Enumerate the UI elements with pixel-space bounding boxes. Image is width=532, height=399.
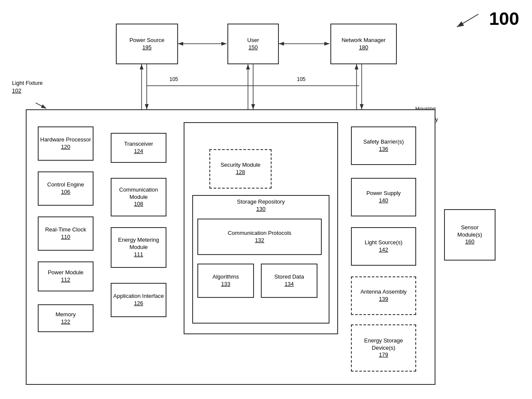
hardware-processor-ref: 120 [40,144,91,151]
security-module-text: Security Module [221,162,260,168]
network-manager-ref: 180 [342,44,386,51]
energy-metering-box: Energy Metering Module 111 [111,227,166,268]
power-module-ref: 112 [48,276,83,284]
memory-box: Memory 122 [38,304,94,332]
energy-storage-text: Energy Storage Device(s) [364,337,403,351]
stored-data-box: Stored Data 134 [261,264,317,298]
power-module-text: Power Module [48,269,83,276]
application-interface-text: Application Interface [113,293,164,299]
storage-repository-label: Storage Repository 130 [196,198,325,213]
light-fixture-arrow [12,79,51,109]
sensor-module-ref: 160 [457,238,482,246]
control-engine-ref: 106 [47,189,84,196]
light-sources-text: Light Source(s) [365,239,402,246]
sensor-module-box: Sensor Module(s) 160 [444,209,496,261]
storage-repository-ref: 130 [256,206,266,213]
safety-barriers-box: Safety Barrier(s) 136 [351,126,416,165]
memory-text: Memory [56,311,76,318]
transceiver-text: Transceiver [124,141,153,147]
network-manager-box: Network Manager 180 [330,24,397,64]
algorithms-text: Algorithms [212,273,239,280]
control-engine-box: Control Engine 106 [38,171,94,206]
energy-storage-ref: 179 [352,351,415,359]
algorithms-ref: 133 [212,281,239,288]
antenna-assembly-text: Antenna Assembly [360,288,407,295]
diagram-ref-number: 100 [489,9,519,29]
svg-line-13 [457,14,478,27]
power-source-text: Power Source [130,37,165,43]
transceiver-box: Transceiver 124 [111,133,166,163]
power-supply-text: Power Supply [366,190,401,196]
power-module-box: Power Module 112 [38,261,94,291]
stored-data-ref: 134 [274,281,304,288]
svg-line-14 [36,103,46,108]
user-ref: 150 [247,44,259,51]
hardware-processor-box: Hardware Processor 120 [38,126,94,161]
energy-metering-ref: 111 [112,251,166,258]
user-text: User [247,37,259,43]
communication-protocols-ref: 132 [228,237,291,244]
light-sources-ref: 142 [365,246,402,254]
arrow-label-105-left: 105 [169,76,178,82]
communication-protocols-box: Communication Protocols 132 [197,219,322,255]
power-source-ref: 195 [130,44,165,51]
power-supply-ref: 140 [366,197,401,204]
arrow-label-105-right: 105 [297,76,305,82]
communication-module-box: Communication Module 108 [111,178,166,216]
sensor-module-text: Sensor [461,224,478,231]
diagram: 100 Light Fixture 102 Housing 103 Cavity… [0,0,532,399]
transceiver-ref: 124 [124,148,153,155]
security-module-ref: 128 [221,169,260,176]
application-interface-box: Application Interface 126 [111,283,166,317]
antenna-assembly-ref: 139 [360,296,407,303]
sensor-module-text2: Module(s) [457,231,482,238]
energy-storage-box: Energy Storage Device(s) 179 [351,324,416,372]
security-module-box: Security Module 128 [209,149,272,189]
algorithms-box: Algorithms 133 [197,264,254,298]
control-engine-text: Control Engine [47,181,84,188]
antenna-assembly-box: Antenna Assembly 139 [351,276,416,315]
safety-barriers-text: Safety Barrier(s) [363,138,404,145]
power-source-box: Power Source 195 [116,24,178,64]
storage-repository-box: Storage Repository 130 [192,195,329,324]
real-time-clock-box: Real-Time Clock 110 [38,216,94,251]
communication-module-ref: 108 [112,201,166,208]
real-time-clock-ref: 110 [45,234,86,241]
real-time-clock-text: Real-Time Clock [45,226,86,233]
power-supply-box: Power Supply 140 [351,178,416,216]
energy-metering-text: Energy Metering Module [118,237,159,250]
network-manager-text: Network Manager [342,37,386,43]
hardware-processor-text: Hardware Processor [40,136,91,143]
communication-module-text: Communication Module [119,186,158,200]
application-interface-ref: 126 [113,300,164,307]
user-box: User 150 [227,24,279,64]
stored-data-text: Stored Data [274,273,304,280]
communication-protocols-text: Communication Protocols [228,230,291,236]
safety-barriers-ref: 136 [363,146,404,153]
ref-arrow-svg [453,12,487,29]
memory-ref: 122 [56,318,76,326]
light-sources-box: Light Source(s) 142 [351,227,416,266]
